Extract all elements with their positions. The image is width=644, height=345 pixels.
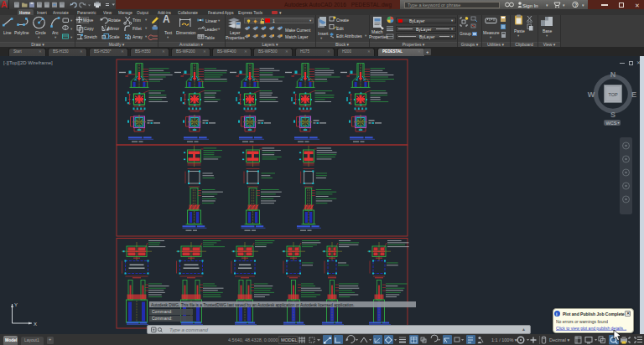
svg-text:▾: ▾	[618, 121, 620, 125]
svg-text:Y: Y	[14, 302, 18, 307]
svg-text:S: S	[610, 111, 615, 119]
svg-text:TOP: TOP	[608, 92, 618, 97]
svg-text:WCS: WCS	[606, 121, 617, 126]
svg-text:X: X	[34, 322, 37, 327]
svg-text:W: W	[588, 90, 595, 99]
svg-text:E: E	[631, 90, 636, 99]
svg-text:N: N	[610, 70, 616, 79]
